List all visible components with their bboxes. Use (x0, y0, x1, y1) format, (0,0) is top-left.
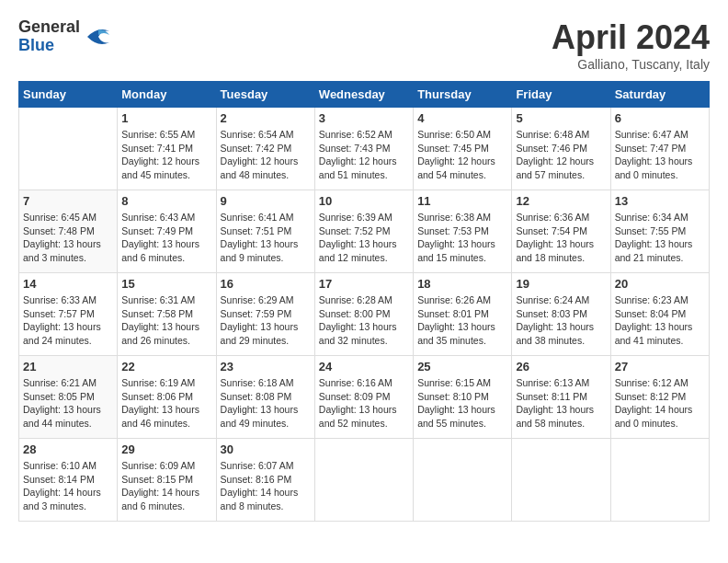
day-info: Sunrise: 6:10 AMSunset: 8:14 PMDaylight:… (23, 459, 113, 513)
header-cell-friday: Friday (512, 82, 610, 108)
day-number: 7 (23, 194, 113, 208)
day-number: 10 (319, 194, 409, 208)
day-cell: 28Sunrise: 6:10 AMSunset: 8:14 PMDayligh… (19, 439, 118, 522)
day-info: Sunrise: 6:21 AMSunset: 8:05 PMDaylight:… (23, 376, 113, 431)
header-cell-saturday: Saturday (610, 82, 709, 108)
day-cell: 13Sunrise: 6:34 AMSunset: 7:55 PMDayligh… (610, 190, 709, 273)
day-cell (512, 439, 610, 522)
day-cell: 22Sunrise: 6:19 AMSunset: 8:06 PMDayligh… (118, 356, 216, 439)
day-cell: 21Sunrise: 6:21 AMSunset: 8:05 PMDayligh… (19, 356, 118, 439)
day-info: Sunrise: 6:38 AMSunset: 7:53 PMDaylight:… (417, 211, 507, 265)
day-info: Sunrise: 6:54 AMSunset: 7:42 PMDaylight:… (221, 128, 311, 182)
day-cell: 6Sunrise: 6:47 AMSunset: 7:47 PMDaylight… (610, 108, 709, 190)
day-number: 8 (121, 194, 211, 208)
day-cell: 16Sunrise: 6:29 AMSunset: 7:59 PMDayligh… (216, 273, 314, 356)
day-cell: 5Sunrise: 6:48 AMSunset: 7:46 PMDaylight… (512, 108, 610, 190)
day-cell (610, 439, 709, 522)
day-cell: 9Sunrise: 6:41 AMSunset: 7:51 PMDaylight… (216, 190, 314, 273)
header-cell-tuesday: Tuesday (216, 82, 314, 108)
day-cell: 4Sunrise: 6:50 AMSunset: 7:45 PMDaylight… (414, 108, 512, 190)
day-number: 27 (615, 360, 705, 373)
day-cell: 2Sunrise: 6:54 AMSunset: 7:42 PMDaylight… (216, 108, 314, 190)
day-info: Sunrise: 6:07 AMSunset: 8:16 PMDaylight:… (221, 459, 311, 513)
day-number: 25 (417, 360, 507, 373)
day-cell: 14Sunrise: 6:33 AMSunset: 7:57 PMDayligh… (19, 273, 118, 356)
day-cell: 12Sunrise: 6:36 AMSunset: 7:54 PMDayligh… (512, 190, 610, 273)
location-subtitle: Galliano, Tuscany, Italy (552, 57, 710, 72)
day-cell: 1Sunrise: 6:55 AMSunset: 7:41 PMDaylight… (118, 108, 216, 190)
week-row-4: 21Sunrise: 6:21 AMSunset: 8:05 PMDayligh… (19, 356, 710, 439)
day-info: Sunrise: 6:52 AMSunset: 7:43 PMDaylight:… (319, 128, 409, 182)
logo: General Blue (18, 18, 113, 55)
day-number: 5 (516, 111, 606, 125)
day-cell: 11Sunrise: 6:38 AMSunset: 7:53 PMDayligh… (414, 190, 512, 273)
logo-text: General Blue (18, 18, 80, 55)
day-number: 28 (23, 442, 113, 456)
day-number: 14 (23, 277, 113, 291)
day-cell: 26Sunrise: 6:13 AMSunset: 8:11 PMDayligh… (512, 356, 610, 439)
day-number: 12 (516, 194, 606, 208)
day-info: Sunrise: 6:26 AMSunset: 8:01 PMDaylight:… (417, 293, 507, 348)
header-cell-sunday: Sunday (19, 82, 118, 108)
calendar-table: SundayMondayTuesdayWednesdayThursdayFrid… (18, 81, 710, 522)
day-number: 22 (121, 360, 211, 373)
day-number: 21 (23, 360, 113, 373)
week-row-3: 14Sunrise: 6:33 AMSunset: 7:57 PMDayligh… (19, 273, 710, 356)
day-info: Sunrise: 6:16 AMSunset: 8:09 PMDaylight:… (319, 376, 409, 431)
day-number: 30 (221, 442, 311, 456)
day-info: Sunrise: 6:47 AMSunset: 7:47 PMDaylight:… (615, 128, 705, 182)
day-cell (414, 439, 512, 522)
day-number: 19 (516, 277, 606, 291)
logo-icon (84, 22, 113, 52)
day-info: Sunrise: 6:34 AMSunset: 7:55 PMDaylight:… (615, 211, 705, 265)
day-number: 6 (615, 111, 705, 125)
day-info: Sunrise: 6:43 AMSunset: 7:49 PMDaylight:… (121, 211, 211, 265)
day-info: Sunrise: 6:36 AMSunset: 7:54 PMDaylight:… (516, 211, 606, 265)
day-number: 24 (319, 360, 409, 373)
day-number: 29 (121, 442, 211, 456)
day-number: 4 (417, 111, 507, 125)
day-info: Sunrise: 6:29 AMSunset: 7:59 PMDaylight:… (221, 293, 311, 348)
day-info: Sunrise: 6:19 AMSunset: 8:06 PMDaylight:… (121, 376, 211, 431)
day-cell: 15Sunrise: 6:31 AMSunset: 7:58 PMDayligh… (118, 273, 216, 356)
day-number: 23 (221, 360, 311, 373)
day-info: Sunrise: 6:39 AMSunset: 7:52 PMDaylight:… (319, 211, 409, 265)
day-cell: 24Sunrise: 6:16 AMSunset: 8:09 PMDayligh… (314, 356, 413, 439)
day-info: Sunrise: 6:12 AMSunset: 8:12 PMDaylight:… (615, 376, 705, 431)
week-row-1: 1Sunrise: 6:55 AMSunset: 7:41 PMDaylight… (19, 108, 710, 190)
day-info: Sunrise: 6:33 AMSunset: 7:57 PMDaylight:… (23, 293, 113, 348)
day-number: 26 (516, 360, 606, 373)
day-number: 18 (417, 277, 507, 291)
day-info: Sunrise: 6:48 AMSunset: 7:46 PMDaylight:… (516, 128, 606, 182)
day-cell: 3Sunrise: 6:52 AMSunset: 7:43 PMDaylight… (314, 108, 413, 190)
day-cell: 25Sunrise: 6:15 AMSunset: 8:10 PMDayligh… (414, 356, 512, 439)
header-cell-thursday: Thursday (414, 82, 512, 108)
day-cell (19, 108, 118, 190)
day-cell: 30Sunrise: 6:07 AMSunset: 8:16 PMDayligh… (216, 439, 314, 522)
header-row: SundayMondayTuesdayWednesdayThursdayFrid… (19, 82, 710, 108)
day-cell: 7Sunrise: 6:45 AMSunset: 7:48 PMDaylight… (19, 190, 118, 273)
header-cell-monday: Monday (118, 82, 216, 108)
day-info: Sunrise: 6:28 AMSunset: 8:00 PMDaylight:… (319, 293, 409, 348)
day-number: 13 (615, 194, 705, 208)
day-number: 15 (121, 277, 211, 291)
week-row-5: 28Sunrise: 6:10 AMSunset: 8:14 PMDayligh… (19, 439, 710, 522)
day-number: 3 (319, 111, 409, 125)
day-cell: 29Sunrise: 6:09 AMSunset: 8:15 PMDayligh… (118, 439, 216, 522)
day-info: Sunrise: 6:23 AMSunset: 8:04 PMDaylight:… (615, 293, 705, 348)
day-number: 1 (121, 111, 211, 125)
day-cell: 8Sunrise: 6:43 AMSunset: 7:49 PMDaylight… (118, 190, 216, 273)
day-cell: 20Sunrise: 6:23 AMSunset: 8:04 PMDayligh… (610, 273, 709, 356)
logo-general: General (18, 18, 80, 37)
day-info: Sunrise: 6:41 AMSunset: 7:51 PMDaylight:… (221, 211, 311, 265)
day-info: Sunrise: 6:18 AMSunset: 8:08 PMDaylight:… (221, 376, 311, 431)
day-info: Sunrise: 6:45 AMSunset: 7:48 PMDaylight:… (23, 211, 113, 265)
page-header: General Blue April 2024 Galliano, Tuscan… (18, 18, 710, 72)
day-number: 17 (319, 277, 409, 291)
day-number: 9 (221, 194, 311, 208)
day-cell: 10Sunrise: 6:39 AMSunset: 7:52 PMDayligh… (314, 190, 413, 273)
day-info: Sunrise: 6:15 AMSunset: 8:10 PMDaylight:… (417, 376, 507, 431)
day-cell (314, 439, 413, 522)
day-number: 16 (221, 277, 311, 291)
day-cell: 27Sunrise: 6:12 AMSunset: 8:12 PMDayligh… (610, 356, 709, 439)
